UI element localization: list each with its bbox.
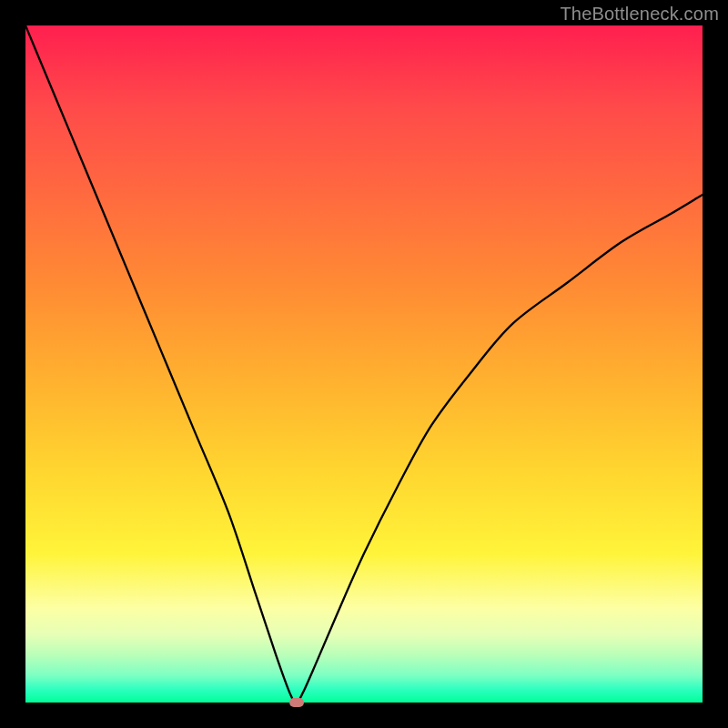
plot-area bbox=[25, 25, 703, 703]
watermark-text: TheBottleneck.com bbox=[560, 4, 719, 25]
minimum-marker bbox=[289, 698, 304, 707]
bottleneck-curve bbox=[25, 25, 703, 703]
chart-frame: TheBottleneck.com bbox=[0, 0, 728, 728]
